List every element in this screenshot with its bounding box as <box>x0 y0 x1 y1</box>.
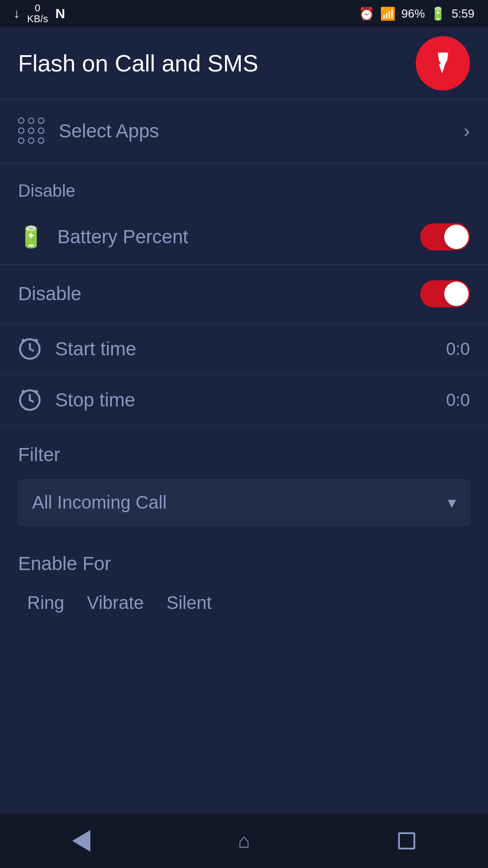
start-time-left: Start time <box>18 337 136 361</box>
flashlight-icon <box>431 51 455 75</box>
battery-icon: 🔋 <box>430 6 446 21</box>
start-time-value: 0:0 <box>446 340 470 359</box>
status-bar-left: ↓ 0 KB/s N <box>14 3 65 24</box>
enable-for-options: Ring Vibrate Silent <box>18 593 470 613</box>
start-time-row[interactable]: Start time 0:0 <box>0 324 488 375</box>
svg-line-5 <box>36 390 38 392</box>
select-apps-row[interactable]: Select Apps › <box>0 99 488 163</box>
filter-dropdown-chevron: ▾ <box>448 493 456 512</box>
app-title: Flash on Call and SMS <box>18 50 258 77</box>
disable-standalone-row: Disable <box>0 264 488 324</box>
enable-option-vibrate[interactable]: Vibrate <box>87 593 144 613</box>
battery-percent-left: 🔋 Battery Percent <box>18 225 188 249</box>
enable-for-header: Enable For <box>18 553 470 575</box>
kb-speed: 0 KB/s <box>27 3 48 24</box>
status-bar-right: ⏰ 📶 96% 🔋 5:59 <box>359 6 474 21</box>
svg-line-1 <box>22 339 24 341</box>
enable-option-silent[interactable]: Silent <box>166 593 211 613</box>
clock-time: 5:59 <box>451 7 474 21</box>
download-icon: ↓ <box>14 6 20 21</box>
select-apps-chevron: › <box>464 120 470 142</box>
filter-section: Filter All Incoming Call ▾ <box>0 426 488 530</box>
app-header: Flash on Call and SMS <box>0 27 488 99</box>
back-icon <box>72 830 90 852</box>
stop-time-value: 0:0 <box>446 391 470 410</box>
disable-standalone-label: Disable <box>18 283 81 305</box>
alarm-icon: ⏰ <box>359 6 375 21</box>
recents-button[interactable] <box>380 823 434 859</box>
battery-percent: 96% <box>401 7 425 21</box>
disable-section-header: Disable <box>0 163 488 210</box>
enable-option-ring[interactable]: Ring <box>27 593 64 613</box>
start-time-label: Start time <box>55 338 136 360</box>
battery-percent-toggle[interactable] <box>420 223 470 250</box>
enable-for-section: Enable For Ring Vibrate Silent <box>0 530 488 622</box>
disable-standalone-toggle[interactable] <box>420 280 470 307</box>
select-apps-left: Select Apps <box>18 118 159 145</box>
select-apps-label: Select Apps <box>59 120 159 142</box>
filter-header: Filter <box>18 444 470 466</box>
home-button[interactable]: ⌂ <box>217 823 271 859</box>
apps-grid-icon <box>18 118 45 145</box>
recents-icon <box>398 832 415 849</box>
network-icon: N <box>55 6 65 21</box>
svg-line-4 <box>22 390 24 392</box>
back-button[interactable] <box>54 823 108 859</box>
stop-time-label: Stop time <box>55 389 135 411</box>
filter-dropdown-value: All Incoming Call <box>32 492 167 513</box>
start-time-clock-icon <box>18 337 42 361</box>
main-content: Select Apps › Disable 🔋 Battery Percent … <box>0 99 488 622</box>
battery-row-icon: 🔋 <box>18 225 44 249</box>
home-icon: ⌂ <box>238 830 250 852</box>
stop-time-clock-icon <box>18 388 42 412</box>
stop-time-row[interactable]: Stop time 0:0 <box>0 375 488 426</box>
stop-time-left: Stop time <box>18 388 135 412</box>
battery-percent-label: Battery Percent <box>57 226 188 248</box>
svg-line-2 <box>36 339 38 341</box>
signal-icon: 📶 <box>380 6 396 21</box>
filter-dropdown[interactable]: All Incoming Call ▾ <box>18 479 470 526</box>
battery-percent-row: 🔋 Battery Percent <box>0 210 488 264</box>
nav-bar: ⌂ <box>0 814 488 868</box>
status-bar: ↓ 0 KB/s N ⏰ 📶 96% 🔋 5:59 <box>0 0 488 27</box>
flashlight-button[interactable] <box>416 36 470 90</box>
